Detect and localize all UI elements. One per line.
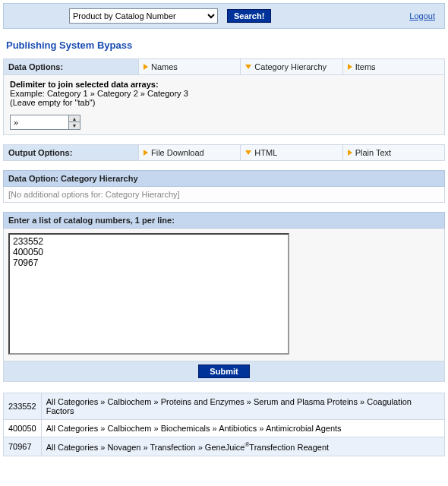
chevron-right-icon bbox=[348, 150, 352, 156]
result-path: All Categories » Calbiochem » Biochemica… bbox=[41, 420, 444, 437]
result-path: All Categories » Novagen » Transfection … bbox=[41, 437, 444, 456]
chevron-right-icon bbox=[144, 64, 148, 70]
data-options-row: Data Options: Names Category Hierarchy I… bbox=[3, 58, 445, 75]
stepper-down-icon[interactable]: ▼ bbox=[69, 122, 80, 129]
data-option-detail-body: [No additional options for: Category Hie… bbox=[3, 187, 445, 203]
chevron-down-icon bbox=[245, 150, 251, 155]
data-option-items[interactable]: Items bbox=[343, 59, 444, 74]
data-option-detail-header: Data Option: Category Hierarchy bbox=[3, 170, 445, 187]
delimiter-example: Example: Category 1 » Category 2 » Categ… bbox=[10, 89, 438, 98]
option-label: Plain Text bbox=[355, 148, 392, 157]
option-label: Category Hierarchy bbox=[254, 62, 327, 71]
output-options-label: Output Options: bbox=[4, 145, 139, 160]
search-scope-select[interactable]: Product by Catalog Number bbox=[69, 8, 218, 24]
option-label: Items bbox=[355, 62, 376, 71]
output-options-row: Output Options: File Download HTML Plain… bbox=[3, 144, 445, 161]
submit-button[interactable]: Submit bbox=[198, 364, 249, 378]
table-row: 400050All Categories » Calbiochem » Bioc… bbox=[4, 420, 445, 437]
table-row: 233552All Categories » Calbiochem » Prot… bbox=[4, 393, 445, 420]
output-option-html[interactable]: HTML bbox=[241, 145, 342, 160]
page-title: Publishing System Bypass bbox=[6, 39, 442, 51]
data-option-names[interactable]: Names bbox=[139, 59, 241, 74]
result-path: All Categories » Calbiochem » Proteins a… bbox=[41, 393, 444, 420]
search-button[interactable]: Search! bbox=[227, 9, 271, 23]
catalog-input-body bbox=[3, 229, 445, 361]
stepper-up-icon[interactable]: ▲ bbox=[69, 115, 80, 122]
chevron-right-icon bbox=[144, 150, 148, 156]
output-option-file-download[interactable]: File Download bbox=[139, 145, 241, 160]
submit-row: Submit bbox=[3, 361, 445, 382]
catalog-numbers-textarea[interactable] bbox=[8, 233, 289, 355]
results-table: 233552All Categories » Calbiochem » Prot… bbox=[3, 393, 445, 456]
catalog-input-header: Enter a list of catalog numbers, 1 per l… bbox=[3, 212, 445, 229]
data-option-category-hierarchy[interactable]: Category Hierarchy bbox=[241, 59, 342, 74]
chevron-down-icon bbox=[245, 65, 251, 69]
option-label: File Download bbox=[151, 148, 204, 157]
delimiter-panel: Delimiter to join selected data arrays: … bbox=[3, 75, 445, 135]
delimiter-stepper[interactable]: ▲ ▼ bbox=[69, 115, 80, 130]
result-catalog-number: 70967 bbox=[4, 437, 42, 456]
table-row: 70967All Categories » Novagen » Transfec… bbox=[4, 437, 445, 456]
option-label: Names bbox=[151, 62, 178, 71]
delimiter-title: Delimiter to join selected data arrays: bbox=[10, 80, 438, 89]
delimiter-hint: (Leave empty for "tab") bbox=[10, 98, 438, 107]
logout-link[interactable]: Logout bbox=[409, 11, 435, 21]
top-bar: Product by Catalog Number Search! Logout bbox=[3, 3, 445, 29]
result-catalog-number: 400050 bbox=[4, 420, 42, 437]
data-options-label: Data Options: bbox=[4, 59, 139, 74]
option-label: HTML bbox=[254, 148, 277, 157]
chevron-right-icon bbox=[348, 64, 352, 70]
result-catalog-number: 233552 bbox=[4, 393, 42, 420]
output-option-plain-text[interactable]: Plain Text bbox=[343, 145, 444, 160]
delimiter-input[interactable] bbox=[10, 115, 69, 130]
